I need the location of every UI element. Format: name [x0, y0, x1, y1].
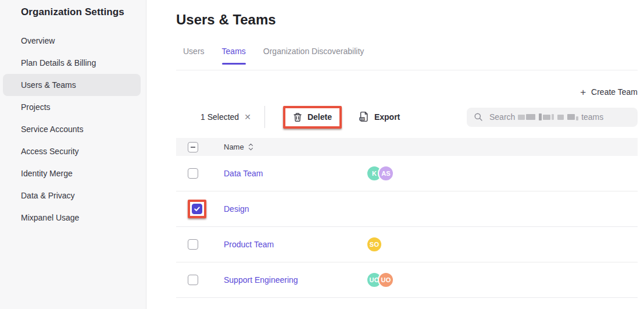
clear-selection-icon[interactable]: ✕ — [244, 112, 251, 122]
table-row-data-team: Data Team K AS — [176, 156, 638, 191]
sidebar-item-data-privacy[interactable]: Data & Privacy — [3, 184, 141, 207]
csv-file-icon: csv — [359, 111, 369, 123]
plus-icon: + — [580, 87, 586, 97]
member-avatars: UO UO — [366, 272, 394, 288]
redacted-text — [526, 114, 535, 120]
redacted-text — [543, 115, 550, 120]
redacted-text — [518, 115, 525, 120]
redacted-text — [539, 113, 542, 120]
redacted-text — [552, 114, 554, 120]
tab-bar: Users Teams Organization Discoverability — [176, 47, 638, 70]
member-avatars: SO — [366, 236, 382, 253]
row-checkbox[interactable] — [188, 168, 198, 179]
search-icon — [474, 112, 483, 122]
trash-icon — [293, 112, 302, 122]
search-placeholder: Search teams — [489, 112, 603, 122]
selected-count: 1 Selected — [201, 112, 239, 122]
annotation-box-checkbox — [188, 200, 206, 218]
settings-sidebar: Organization Settings Overview Plan Deta… — [0, 0, 146, 309]
avatar: UO — [378, 272, 394, 288]
page-title: Users & Teams — [176, 12, 638, 28]
teams-table: Name Data Team K AS — [176, 138, 638, 298]
member-avatars: K AS — [366, 165, 394, 182]
create-team-button[interactable]: + Create Team — [580, 87, 638, 97]
annotation-box-delete: Delete — [283, 106, 342, 129]
name-column-header[interactable]: Name — [224, 143, 253, 151]
create-team-label: Create Team — [591, 87, 638, 97]
sidebar-item-service-accounts[interactable]: Service Accounts — [3, 118, 141, 140]
sidebar-nav: Overview Plan Details & Billing Users & … — [0, 30, 146, 229]
main-content: Users & Teams Users Teams Organization D… — [147, 0, 644, 309]
table-row-support-engineering: Support Engineering UO UO — [176, 262, 638, 298]
search-input[interactable]: Search teams — [467, 108, 638, 127]
toolbar-divider — [264, 106, 265, 128]
sort-icon — [248, 143, 253, 151]
table-header-row: Name — [176, 138, 638, 156]
sidebar-item-access-security[interactable]: Access Security — [3, 140, 141, 162]
team-name-link[interactable]: Design — [224, 204, 249, 214]
sidebar-item-projects[interactable]: Projects — [3, 96, 141, 118]
sidebar-item-plan-details-billing[interactable]: Plan Details & Billing — [3, 52, 141, 74]
row-checkbox[interactable] — [188, 275, 198, 285]
select-all-checkbox[interactable] — [188, 142, 198, 152]
avatar: AS — [378, 165, 394, 182]
row-checkbox[interactable] — [188, 239, 198, 250]
delete-button[interactable]: Delete — [285, 108, 339, 126]
svg-text:csv: csv — [360, 118, 364, 120]
tab-organization-discoverability[interactable]: Organization Discoverability — [263, 47, 364, 70]
redacted-text — [567, 114, 575, 120]
export-label: Export — [374, 112, 400, 122]
tab-teams[interactable]: Teams — [222, 47, 246, 70]
table-row-design: Design — [176, 191, 638, 227]
selection-toolbar: 1 Selected ✕ Delete — [176, 105, 638, 129]
sidebar-title: Organization Settings — [0, 0, 146, 18]
table-row-product-team: Product Team SO — [176, 227, 638, 262]
team-name-link[interactable]: Support Engineering — [224, 275, 298, 285]
check-icon — [194, 205, 201, 212]
delete-label: Delete — [307, 112, 332, 122]
tab-users[interactable]: Users — [183, 47, 205, 70]
redacted-text — [557, 115, 564, 120]
row-checkbox[interactable] — [192, 204, 202, 214]
redacted-text — [576, 116, 578, 120]
avatar: SO — [366, 236, 382, 253]
team-name-link[interactable]: Product Team — [224, 240, 274, 249]
sidebar-item-overview[interactable]: Overview — [3, 30, 141, 52]
sidebar-item-identity-merge[interactable]: Identity Merge — [3, 162, 141, 184]
team-name-link[interactable]: Data Team — [224, 169, 263, 178]
sidebar-item-mixpanel-usage[interactable]: Mixpanel Usage — [3, 207, 141, 229]
export-button[interactable]: csv Export — [355, 107, 403, 127]
sidebar-item-users-teams[interactable]: Users & Teams — [3, 74, 141, 96]
